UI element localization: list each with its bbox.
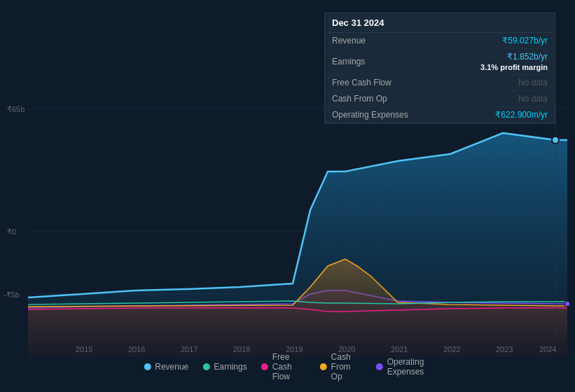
tooltip-fcf-row: Free Cash Flow No data — [325, 75, 555, 91]
legend-dot-earnings — [202, 363, 209, 370]
x-label-2015: 2015 — [76, 345, 92, 354]
y-label-neg5b: -₹5b — [4, 290, 20, 300]
tooltip-profit-margin: 3.1% profit margin — [480, 63, 548, 71]
svg-point-5 — [552, 136, 559, 144]
tooltip-opex-row: Operating Expenses ₹622.900m/yr — [325, 107, 555, 123]
tooltip-revenue-row: Revenue ₹59.027b/yr — [325, 33, 555, 49]
x-label-2023: 2023 — [496, 345, 513, 354]
legend-label-opex: Operating Expenses — [387, 357, 431, 377]
tooltip-earnings-value: ₹1.852b/yr 3.1% profit margin — [480, 52, 548, 71]
x-label-2016: 2016 — [128, 345, 145, 354]
legend-label-revenue: Revenue — [155, 362, 188, 372]
legend-operating-expenses[interactable]: Operating Expenses — [376, 357, 431, 377]
svg-point-6 — [564, 301, 570, 307]
legend-free-cash-flow[interactable]: Free Cash Flow — [261, 352, 306, 382]
tooltip-opex-value: ₹622.900m/yr — [495, 110, 548, 120]
x-label-2022: 2022 — [443, 345, 460, 354]
legend-earnings[interactable]: Earnings — [202, 362, 247, 372]
legend-dot-opex — [376, 363, 383, 370]
chart-legend: Revenue Earnings Free Cash Flow Cash Fro… — [144, 352, 431, 382]
tooltip-earnings-label: Earnings — [332, 57, 416, 66]
tooltip-fcf-label: Free Cash Flow — [332, 78, 416, 88]
tooltip-cashop-row: Cash From Op No data — [325, 91, 555, 107]
legend-label-fcf: Free Cash Flow — [272, 352, 306, 382]
y-label-0: ₹0 — [7, 227, 16, 237]
y-label-65b: ₹65b — [7, 105, 25, 114]
tooltip-date: Dec 31 2024 — [325, 13, 555, 33]
tooltip-revenue-value: ₹59.027b/yr — [502, 36, 548, 46]
tooltip-opex-label: Operating Expenses — [332, 110, 416, 120]
tooltip: Dec 31 2024 Revenue ₹59.027b/yr Earnings… — [324, 13, 555, 124]
tooltip-earnings-row: Earnings ₹1.852b/yr 3.1% profit margin — [325, 49, 555, 75]
tooltip-revenue-label: Revenue — [332, 36, 416, 46]
legend-cash-from-op[interactable]: Cash From Op — [320, 352, 362, 382]
legend-dot-fcf — [261, 363, 268, 370]
x-label-2024: 2024 — [539, 345, 556, 354]
tooltip-fcf-value: No data — [518, 78, 548, 88]
legend-dot-revenue — [144, 363, 151, 370]
tooltip-cashop-value: No data — [518, 94, 548, 104]
chart-container: ₹65b ₹0 -₹5b 2015 2016 2017 2018 2019 20… — [0, 0, 575, 392]
legend-revenue[interactable]: Revenue — [144, 362, 188, 372]
legend-dot-cashop — [320, 363, 327, 370]
legend-label-cashop: Cash From Op — [331, 352, 362, 382]
tooltip-cashop-label: Cash From Op — [332, 94, 416, 104]
legend-label-earnings: Earnings — [214, 362, 247, 372]
